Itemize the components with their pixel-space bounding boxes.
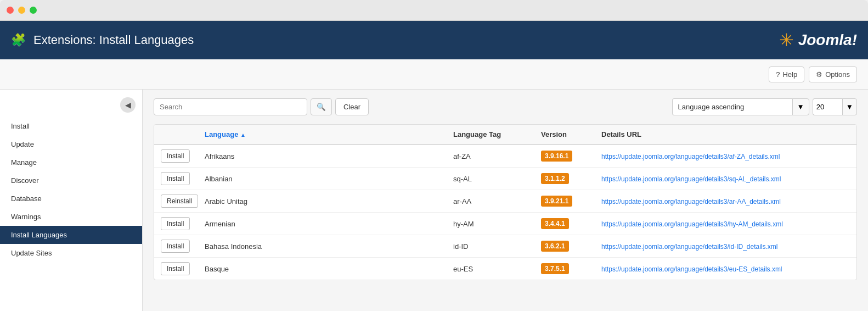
main-layout: ◀ InstallUpdateManageDiscoverDatabaseWar… bbox=[0, 90, 868, 311]
search-left: 🔍 Clear bbox=[154, 98, 369, 115]
sidebar-item-warnings[interactable]: Warnings bbox=[0, 208, 142, 226]
language-name: Afrikaans bbox=[205, 152, 453, 160]
details-url-cell: https://update.joomla.org/language/detai… bbox=[601, 197, 850, 206]
puzzle-icon: 🧩 bbox=[11, 33, 26, 47]
col-details-url: Details URL bbox=[601, 130, 850, 138]
action-cell: Install bbox=[161, 172, 205, 185]
version-badge: 3.6.2.1 bbox=[541, 241, 569, 252]
help-button[interactable]: ? Help bbox=[769, 66, 804, 82]
version-cell: 3.9.21.1 bbox=[541, 196, 601, 207]
options-label: Options bbox=[825, 70, 850, 79]
language-tag: hy-AM bbox=[453, 220, 541, 228]
sidebar-item-discover[interactable]: Discover bbox=[0, 171, 142, 190]
install-button[interactable]: Install bbox=[161, 217, 190, 230]
version-cell: 3.1.1.2 bbox=[541, 173, 601, 184]
maximize-button[interactable] bbox=[30, 7, 37, 14]
col-language[interactable]: Language ▲ bbox=[205, 130, 453, 138]
count-select[interactable]: 5101520253050100 bbox=[813, 98, 843, 115]
version-badge: 3.9.16.1 bbox=[541, 151, 572, 162]
language-tag: eu-ES bbox=[453, 265, 541, 273]
table-header: Language ▲ Language Tag Version Details … bbox=[154, 125, 856, 145]
version-badge: 3.9.21.1 bbox=[541, 196, 572, 207]
sidebar-collapse-button[interactable]: ◀ bbox=[120, 97, 136, 113]
details-url-link[interactable]: https://update.joomla.org/language/detai… bbox=[601, 175, 781, 183]
language-name: Bahasa Indonesia bbox=[205, 242, 453, 251]
reinstall-button[interactable]: Reinstall bbox=[161, 195, 198, 208]
sidebar-item-update-sites[interactable]: Update Sites bbox=[0, 244, 142, 262]
sidebar-item-update[interactable]: Update bbox=[0, 135, 142, 153]
language-name: Arabic Unitag bbox=[205, 197, 453, 206]
header: 🧩 Extensions: Install Languages ✳ Joomla… bbox=[0, 21, 868, 59]
version-cell: 3.4.4.1 bbox=[541, 218, 601, 229]
sidebar-item-database[interactable]: Database bbox=[0, 190, 142, 208]
window-chrome bbox=[0, 0, 868, 21]
table-body: InstallAfrikaansaf-ZA3.9.16.1https://upd… bbox=[154, 145, 856, 280]
page-title: Extensions: Install Languages bbox=[33, 33, 194, 47]
sort-control: Language ascendingLanguage descendingTag… bbox=[672, 98, 809, 115]
details-url-link[interactable]: https://update.joomla.org/language/detai… bbox=[601, 220, 783, 228]
col-action bbox=[161, 130, 205, 138]
minimize-button[interactable] bbox=[18, 7, 25, 14]
language-tag: ar-AA bbox=[453, 197, 541, 206]
table-row: InstallBasqueeu-ES3.7.5.1https://update.… bbox=[154, 258, 856, 280]
help-label: Help bbox=[782, 70, 797, 79]
version-cell: 3.7.5.1 bbox=[541, 263, 601, 274]
language-tag: af-ZA bbox=[453, 152, 541, 160]
sidebar-item-install[interactable]: Install bbox=[0, 117, 142, 135]
content-area: 🔍 Clear Language ascendingLanguage desce… bbox=[143, 90, 868, 311]
action-cell: Install bbox=[161, 262, 205, 275]
col-language-tag: Language Tag bbox=[453, 130, 541, 138]
language-name: Basque bbox=[205, 265, 453, 273]
search-input[interactable] bbox=[154, 98, 307, 115]
action-cell: Install bbox=[161, 217, 205, 230]
help-icon: ? bbox=[776, 70, 780, 79]
action-cell: Install bbox=[161, 149, 205, 163]
search-button[interactable]: 🔍 bbox=[311, 98, 332, 115]
version-cell: 3.9.16.1 bbox=[541, 151, 601, 162]
details-url-link[interactable]: https://update.joomla.org/language/detai… bbox=[601, 198, 781, 206]
details-url-cell: https://update.joomla.org/language/detai… bbox=[601, 220, 850, 228]
sidebar-collapse-area: ◀ bbox=[0, 95, 142, 117]
languages-table: Language ▲ Language Tag Version Details … bbox=[154, 124, 857, 280]
install-button[interactable]: Install bbox=[161, 149, 190, 163]
table-row: InstallAfrikaansaf-ZA3.9.16.1https://upd… bbox=[154, 145, 856, 168]
version-badge: 3.1.1.2 bbox=[541, 173, 569, 184]
sort-dropdown-button[interactable]: ▼ bbox=[792, 98, 809, 115]
joomla-star-icon: ✳ bbox=[779, 30, 794, 51]
table-row: ReinstallArabic Unitagar-AA3.9.21.1https… bbox=[154, 190, 856, 213]
action-cell: Install bbox=[161, 240, 205, 253]
toolbar: ? Help ⚙ Options bbox=[0, 59, 868, 90]
details-url-cell: https://update.joomla.org/language/detai… bbox=[601, 242, 850, 251]
search-right: Language ascendingLanguage descendingTag… bbox=[672, 98, 857, 115]
count-dropdown-button[interactable]: ▼ bbox=[842, 98, 857, 115]
language-tag: sq-AL bbox=[453, 175, 541, 183]
sidebar-nav: InstallUpdateManageDiscoverDatabaseWarni… bbox=[0, 117, 142, 262]
version-cell: 3.6.2.1 bbox=[541, 241, 601, 252]
close-button[interactable] bbox=[7, 7, 14, 14]
details-url-link[interactable]: https://update.joomla.org/language/detai… bbox=[601, 243, 778, 251]
joomla-logo: ✳ Joomla! bbox=[779, 30, 857, 51]
language-tag: id-ID bbox=[453, 242, 541, 251]
sidebar-item-manage[interactable]: Manage bbox=[0, 153, 142, 171]
sort-select[interactable]: Language ascendingLanguage descendingTag… bbox=[672, 98, 793, 115]
joomla-logo-text: Joomla! bbox=[798, 31, 857, 49]
version-badge: 3.7.5.1 bbox=[541, 263, 569, 274]
action-cell: Reinstall bbox=[161, 195, 205, 208]
language-name: Albanian bbox=[205, 175, 453, 183]
clear-button[interactable]: Clear bbox=[335, 98, 369, 115]
version-badge: 3.4.4.1 bbox=[541, 218, 569, 229]
options-button[interactable]: ⚙ Options bbox=[809, 66, 857, 82]
details-url-link[interactable]: https://update.joomla.org/language/detai… bbox=[601, 153, 780, 160]
sidebar-item-install-languages[interactable]: Install Languages bbox=[0, 226, 142, 244]
details-url-link[interactable]: https://update.joomla.org/language/detai… bbox=[601, 265, 782, 273]
gear-icon: ⚙ bbox=[816, 70, 822, 79]
search-icon: 🔍 bbox=[317, 103, 326, 111]
col-language-label: Language bbox=[205, 130, 238, 138]
table-row: InstallBahasa Indonesiaid-ID3.6.2.1https… bbox=[154, 235, 856, 258]
install-button[interactable]: Install bbox=[161, 262, 190, 275]
count-control: 5101520253050100 ▼ bbox=[813, 98, 857, 115]
table-row: InstallArmenianhy-AM3.4.4.1https://updat… bbox=[154, 213, 856, 235]
install-button[interactable]: Install bbox=[161, 172, 190, 185]
details-url-cell: https://update.joomla.org/language/detai… bbox=[601, 265, 850, 273]
install-button[interactable]: Install bbox=[161, 240, 190, 253]
